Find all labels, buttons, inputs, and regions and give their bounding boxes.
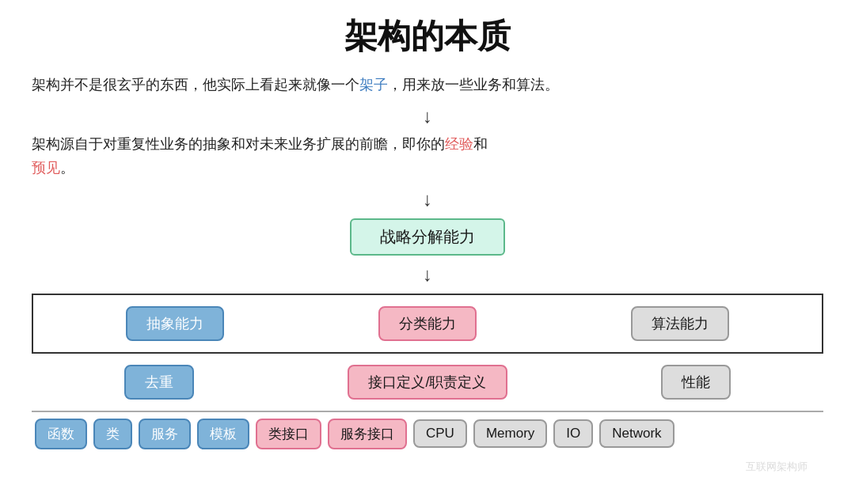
center-box: 战略分解能力 (350, 218, 505, 256)
para2-middle: 和 (473, 136, 488, 152)
bottom-gray-2: Memory (473, 419, 547, 448)
para2-highlight2: 预见 (32, 160, 60, 176)
row2-col2: 接口定义/职责定义 (348, 365, 507, 400)
bottom-pink-2: 服务接口 (328, 419, 407, 449)
arrow1: ↓ (423, 105, 432, 127)
row2-col1: 去重 (124, 365, 194, 400)
row1-col1: 抽象能力 (126, 306, 224, 341)
page-title: 架构的本质 (344, 14, 511, 59)
bottom-pink-1: 类接口 (256, 419, 321, 449)
arrow3: ↓ (423, 263, 432, 286)
para2-before: 架构源自于对重复性业务的抽象和对未来业务扩展的前瞻，即你的 (32, 136, 445, 152)
row1-col2: 分类能力 (378, 306, 477, 341)
row1-col3: 算法能力 (631, 306, 729, 341)
para2-highlight1: 经验 (445, 136, 473, 152)
watermark: 互联网架构师 (746, 460, 808, 474)
para2-after: 。 (60, 160, 74, 176)
para1-middle: ，用来放一些业务和算法。 (388, 77, 559, 93)
paragraph1: 架构并不是很玄乎的东西，他实际上看起来就像一个架子，用来放一些业务和算法。 (32, 73, 823, 97)
paragraph2: 架构源自于对重复性业务的抽象和对未来业务扩展的前瞻，即你的经验和 预见。 (32, 132, 823, 180)
bottom-blue-3: 服务 (139, 419, 191, 449)
bottom-gray-1: CPU (413, 419, 467, 448)
bottom-gray-4: Network (599, 419, 674, 448)
row1-container: 抽象能力 分类能力 算法能力 (32, 294, 823, 354)
bottom-blue-2: 类 (93, 419, 132, 449)
bottom-blue-4: 模板 (197, 419, 249, 449)
arrow2: ↓ (423, 188, 432, 210)
bottom-blue-1: 函数 (35, 419, 87, 449)
para1-highlight1: 架子 (359, 77, 388, 93)
row2-container: 去重 接口定义/职责定义 性能 (32, 358, 823, 406)
para1-before: 架构并不是很玄乎的东西，他实际上看起来就像一个 (32, 77, 359, 93)
main-container: 架构的本质 架构并不是很玄乎的东西，他实际上看起来就像一个架子，用来放一些业务和… (0, 0, 855, 504)
row2-col3: 性能 (661, 365, 731, 400)
bottom-bar: 函数 类 服务 模板 类接口 服务接口 CPU Memory IO Networ… (32, 411, 823, 456)
bottom-gray-3: IO (553, 419, 593, 448)
